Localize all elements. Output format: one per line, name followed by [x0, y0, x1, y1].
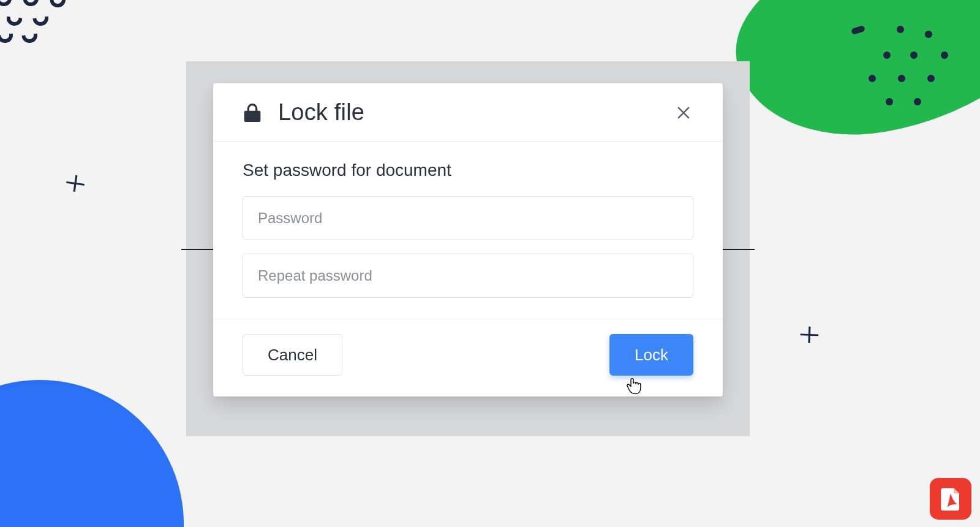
lock-file-dialog: Lock file Set password for document Canc… [213, 83, 723, 396]
close-button[interactable] [671, 100, 696, 125]
close-icon [675, 104, 692, 121]
lock-button[interactable]: Lock [609, 334, 693, 376]
pdf-app-badge [930, 478, 971, 520]
cancel-button[interactable]: Cancel [243, 334, 342, 376]
pdf-icon [938, 486, 963, 512]
decorative-marks-top-left [0, 0, 99, 58]
lock-icon [240, 100, 265, 125]
decorative-dots-top-right [753, 18, 962, 141]
dialog-body: Set password for document [213, 142, 723, 308]
decorative-plus-right [799, 317, 831, 349]
password-input[interactable] [243, 196, 693, 240]
decorative-blob-blue [0, 380, 184, 527]
dialog-title-wrap: Lock file [240, 99, 364, 126]
decorative-plus-left [64, 165, 99, 199]
dialog-subtitle: Set password for document [243, 161, 693, 180]
dialog-header: Lock file [213, 83, 723, 142]
repeat-password-input[interactable] [243, 254, 693, 298]
decorative-blob-green [722, 0, 980, 155]
dialog-footer: Cancel Lock [213, 319, 723, 396]
dialog-title: Lock file [278, 99, 364, 126]
